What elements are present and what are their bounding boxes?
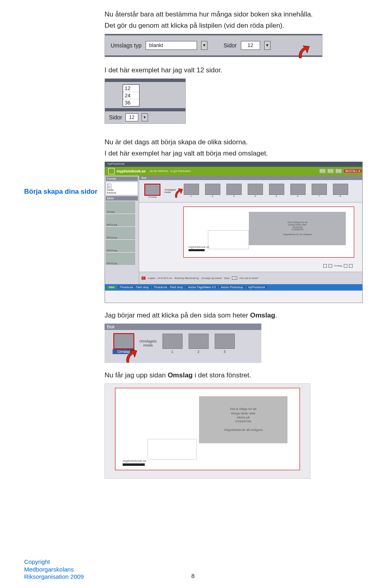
brand-subtitle: du tar bilderna - vi gör fotoboken <box>150 170 191 172</box>
label-sidor-2: Sidor <box>109 114 122 121</box>
option-24[interactable]: 24 <box>123 92 139 99</box>
sidebar-heading: Börja skapa dina sidor <box>24 188 97 196</box>
page-thumb-1[interactable]: 1 <box>182 184 200 198</box>
binding-info: Bindning 4flexbindning <box>175 277 199 279</box>
para-4: Jag börjar med att klicka på den sida so… <box>105 311 362 320</box>
field-sidor[interactable]: 12 <box>241 41 260 50</box>
warn-badge: ! <box>142 277 146 280</box>
top-button-2[interactable]: ... <box>327 169 334 173</box>
figure-sidor-list: 12 24 36 Sidor 12 ▼ <box>105 78 186 124</box>
bottom-settings-bar: ! e-glidis · 14.5×20.5 cm Bindning 4flex… <box>139 272 362 284</box>
top-button-1[interactable]: ... <box>319 169 326 173</box>
option-12[interactable]: 12 <box>123 85 139 92</box>
para-1a: Nu återstår bara att bestämma hur många … <box>105 10 362 19</box>
back-cover-area-2[interactable] <box>148 439 197 460</box>
figure-cover-type-sidor: Umslags typ blankt ▼ Sidor 12 ▼ <box>105 34 322 57</box>
omslag-checkboxes[interactable]: Omslag <box>323 264 353 268</box>
bok-header: Bok <box>105 324 261 330</box>
size-info: e-glidis · 14.5×20.5 cm <box>148 277 172 279</box>
page-thumb-4[interactable]: 4 <box>246 184 264 198</box>
back-cover-area[interactable] <box>208 230 249 249</box>
dropdown-umslag-typ[interactable]: ▼ <box>201 41 207 50</box>
para-2: I det här exemplet har jag valt 12 sidor… <box>105 66 362 75</box>
para-3a: Nu är det dags att börja skapa de olika … <box>105 138 362 147</box>
cover-drop-area[interactable]: Dra & Släpp för attinfoga bilder ellerkl… <box>249 212 346 245</box>
brand-small-2: myphotobook.se <box>123 459 146 466</box>
taskbar-item-4[interactable]: Adobe Photoshop <box>219 286 245 289</box>
dropdown-sidor-2[interactable]: ▼ <box>142 113 148 121</box>
thumb-4[interactable]: k0014.jpg <box>106 240 135 252</box>
cover-drop-area-2[interactable]: Dra & Släpp för attinfoga bilder ellerkl… <box>199 396 287 444</box>
taskbar-item-3[interactable]: Adobe PageMaker 6.5 <box>186 286 218 289</box>
info-help[interactable]: Info vad är detta? <box>240 277 259 279</box>
para-1b: Det gör du genom att klicka på listpilen… <box>105 21 362 31</box>
thumb-2[interactable]: k0012.jpg <box>106 214 135 226</box>
page-thumb-8[interactable]: 8 <box>331 184 349 198</box>
page-thumb-3[interactable]: 3 <box>225 184 243 198</box>
taskbar-item-1[interactable]: Photobook - Paint shop <box>118 286 151 289</box>
page-thumb-2[interactable]: 2 <box>203 184 222 198</box>
thumb-5[interactable]: k0015.jpg <box>106 253 135 265</box>
page-thumb-2b[interactable]: 2 <box>187 334 209 354</box>
page-thumb-omslag[interactable]: Omslag <box>143 184 161 198</box>
brand-text: myphotobook.se <box>117 169 146 173</box>
brand-small: myphotobook.se <box>189 246 209 251</box>
book-tab: Bok <box>139 176 362 180</box>
start-button[interactable]: Start <box>107 286 117 289</box>
page-thumb-6[interactable]: 6 <box>289 184 307 198</box>
folder-tree[interactable]: (C:)(D:)bilderfotobok <box>106 182 138 195</box>
field-umslag-typ[interactable]: blankt <box>146 41 197 50</box>
page-number: 8 <box>0 572 386 579</box>
label-sidor: Sidor <box>224 42 237 49</box>
figure-editor-window: myPhotobook myphotobook.se du tar bilder… <box>105 162 363 303</box>
taskbar-item-2[interactable]: Photobook - Paint shop <box>152 286 185 289</box>
page-thumb-1b[interactable]: 1 <box>161 334 183 354</box>
editor-canvas[interactable]: Dra & Släpp för attinfoga bilder ellerkl… <box>183 207 354 258</box>
window-titlebar: myPhotobook <box>105 162 362 167</box>
label-umslag-typ: Umslags typ <box>111 42 142 49</box>
left-tab-bilder[interactable]: Bilder <box>106 196 138 201</box>
option-36[interactable]: 36 <box>123 99 139 106</box>
omslag-canvas[interactable]: Dra & Släpp för attinfoga bilder ellerkl… <box>115 388 300 470</box>
page-thumb-5[interactable]: 5 <box>267 184 285 198</box>
logo-icon <box>108 168 115 174</box>
figure-bok-strip: Bok Omslag Omslagets insida 1 2 3 <box>105 324 261 363</box>
red-arrow-icon-2 <box>173 188 184 200</box>
pages-option-list[interactable]: 12 24 36 <box>123 84 140 107</box>
red-arrow-icon <box>296 45 311 61</box>
taskbar-item-5[interactable]: myPhotobook <box>246 286 267 289</box>
para-3b: I det här exemplet har jag valt att börj… <box>105 149 362 158</box>
taskbar: Start Photobook - Paint shop Photobook -… <box>105 284 362 291</box>
order-button[interactable]: BESTÄLL & <box>343 169 362 173</box>
thumb-1[interactable]: 100.jpg <box>106 201 135 213</box>
dropdown-sidor[interactable]: ▼ <box>264 41 271 50</box>
sidor-info-value[interactable]: 12 <box>232 277 237 280</box>
figure-omslag-canvas: Dra & Släpp för attinfoga bilder ellerkl… <box>105 383 310 479</box>
left-tab-format[interactable]: Format <box>106 176 138 181</box>
page-thumb-3b[interactable]: 3 <box>214 334 236 354</box>
top-button-3[interactable]: ... <box>335 169 342 173</box>
field-sidor-2[interactable]: 12 <box>125 113 138 121</box>
page-thumb-7[interactable]: 7 <box>310 184 328 198</box>
page-inside-label-2: Omslagets insida <box>139 340 157 348</box>
para-5: Nu får jag upp sidan Omslag i det stora … <box>105 371 362 380</box>
covertype-info: Umslags typ blankt <box>201 277 222 279</box>
red-arrow-icon-3 <box>124 349 138 365</box>
sidor-info-label: Sidor <box>224 277 230 279</box>
thumb-3[interactable]: k0013.jpg <box>106 227 135 239</box>
